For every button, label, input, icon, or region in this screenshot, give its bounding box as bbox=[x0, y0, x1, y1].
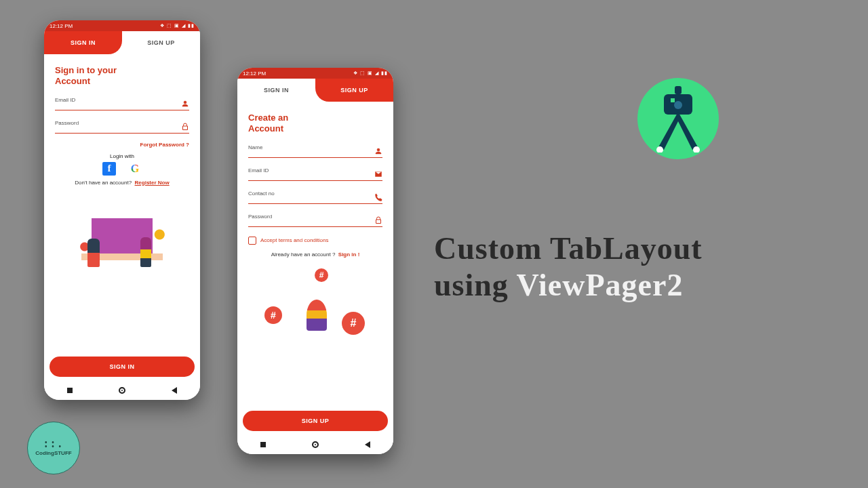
signup-panel: Create anAccount Name Email ID Contact n… bbox=[237, 102, 393, 338]
register-now-link[interactable]: Register Now bbox=[135, 180, 170, 186]
hash-icon: # bbox=[264, 306, 282, 324]
tabbar: SIGN IN SIGN UP bbox=[44, 31, 200, 54]
signin-link[interactable]: Sign in ! bbox=[338, 251, 360, 258]
email-label: Email ID bbox=[55, 97, 189, 103]
mail-icon bbox=[374, 170, 382, 178]
nav-back[interactable] bbox=[170, 386, 178, 394]
signin-panel: Sign in to yourAccount Email ID Password… bbox=[44, 54, 200, 286]
headline: Custom TabLayout using ViewPager2 bbox=[434, 230, 841, 304]
contact-label: Contact no bbox=[248, 190, 382, 197]
signin-illustration bbox=[55, 191, 189, 286]
password-field[interactable]: Password bbox=[55, 120, 189, 134]
facebook-icon[interactable]: f bbox=[102, 162, 116, 176]
person-icon bbox=[374, 147, 382, 155]
status-icons-right: ❖ ⬚ ▣ ◢ ▮▮ bbox=[160, 23, 195, 28]
login-with-label: Login with bbox=[55, 153, 189, 159]
phone-mock-signin: 12:12 PM ❖ ⬚ ▣ ◢ ▮▮ SIGN IN SIGN UP Sign… bbox=[44, 20, 200, 400]
tab-signin[interactable]: SIGN IN bbox=[237, 79, 315, 102]
android-navbar bbox=[44, 381, 200, 400]
tabbar: SIGN IN SIGN UP bbox=[237, 79, 393, 102]
headline-line1: Custom TabLayout bbox=[434, 231, 703, 266]
nav-home[interactable] bbox=[118, 386, 126, 394]
nav-recents[interactable] bbox=[66, 386, 74, 394]
email-field[interactable]: Email ID bbox=[55, 97, 189, 110]
forgot-password-link[interactable]: Forgot Password ? bbox=[55, 142, 189, 148]
compass-icon bbox=[648, 85, 709, 152]
email-field[interactable]: Email ID bbox=[248, 167, 382, 181]
terms-label: Accept terms and conditions bbox=[260, 237, 329, 243]
signup-title: Create anAccount bbox=[248, 113, 382, 135]
statusbar: 12:12 PM ❖ ⬚ ▣ ◢ ▮▮ bbox=[237, 68, 393, 79]
svg-rect-0 bbox=[675, 86, 682, 94]
status-time: 12:12 PM bbox=[243, 70, 266, 77]
android-navbar bbox=[237, 435, 393, 454]
name-field[interactable]: Name bbox=[248, 144, 382, 158]
contact-field[interactable]: Contact no bbox=[248, 190, 382, 204]
email-label: Email ID bbox=[248, 167, 382, 174]
headline-line2a: using bbox=[434, 268, 517, 302]
android-studio-logo bbox=[637, 78, 719, 159]
person-icon bbox=[181, 100, 189, 108]
status-time: 12:12 PM bbox=[50, 23, 73, 29]
social-row: f G bbox=[55, 162, 189, 176]
statusbar: 12:12 PM ❖ ⬚ ▣ ◢ ▮▮ bbox=[44, 20, 200, 31]
hash-icon: # bbox=[315, 268, 328, 282]
terms-row[interactable]: Accept terms and conditions bbox=[248, 237, 382, 245]
signin-title: Sign in to yourAccount bbox=[55, 65, 189, 87]
lock-icon bbox=[181, 123, 189, 131]
status-icons-right: ❖ ⬚ ▣ ◢ ▮▮ bbox=[353, 70, 388, 76]
tab-signup[interactable]: SIGN UP bbox=[315, 79, 393, 102]
password-field[interactable]: Password bbox=[248, 214, 382, 227]
tab-signin[interactable]: SIGN IN bbox=[44, 31, 122, 54]
nav-back[interactable] bbox=[363, 441, 372, 449]
terms-checkbox[interactable] bbox=[248, 237, 256, 245]
svg-rect-4 bbox=[671, 98, 675, 102]
name-label: Name bbox=[248, 144, 382, 150]
register-line: Don't have an account? Register Now bbox=[55, 180, 189, 186]
channel-badge: • •• • • CodingSTUFF bbox=[27, 422, 80, 474]
badge-dots-icon: • •• • • bbox=[45, 441, 62, 449]
nav-home[interactable] bbox=[311, 441, 319, 449]
nav-recents[interactable] bbox=[259, 441, 267, 449]
password-label: Password bbox=[55, 120, 189, 126]
signup-illustration: # # # bbox=[248, 263, 382, 338]
already-line: Already have an account ? Sign in ! bbox=[248, 251, 382, 258]
password-label: Password bbox=[248, 214, 382, 220]
tab-signup[interactable]: SIGN UP bbox=[122, 31, 200, 54]
svg-point-1 bbox=[674, 101, 682, 109]
hash-icon: # bbox=[342, 312, 365, 335]
phone-mock-signup: 12:12 PM ❖ ⬚ ▣ ◢ ▮▮ SIGN IN SIGN UP Crea… bbox=[237, 68, 393, 454]
lock-icon bbox=[374, 216, 382, 224]
headline-line2b: ViewPager2 bbox=[517, 268, 684, 302]
channel-name: CodingSTUFF bbox=[35, 450, 71, 456]
google-icon[interactable]: G bbox=[128, 162, 142, 176]
signup-button[interactable]: SIGN UP bbox=[243, 411, 388, 431]
signin-button[interactable]: SIGN IN bbox=[50, 357, 195, 377]
phone-icon bbox=[374, 193, 382, 201]
